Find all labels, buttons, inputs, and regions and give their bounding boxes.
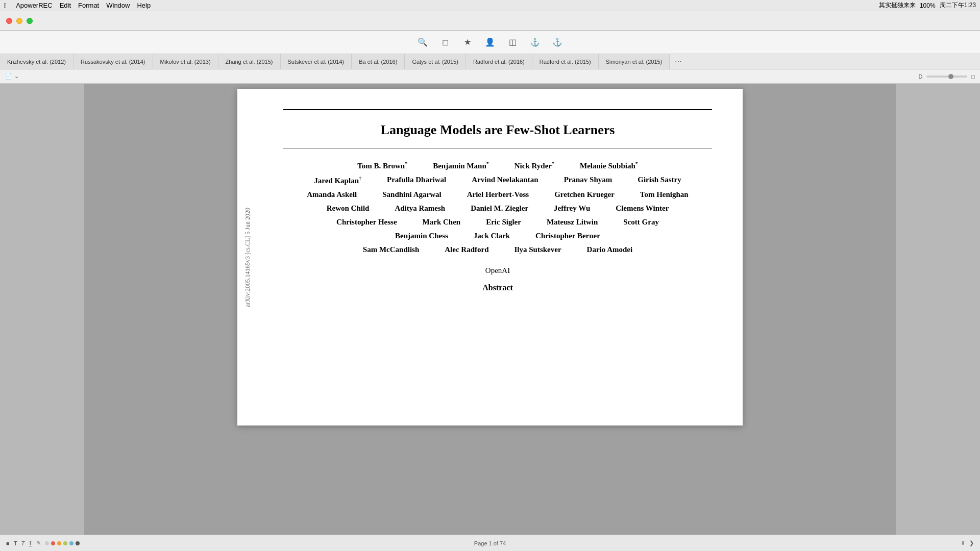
author-clemens-winter: Clemens Winter	[616, 204, 669, 213]
author-nick-ryder: Nick Ryder*	[514, 161, 554, 170]
link2-icon[interactable]: ⚓	[550, 35, 565, 49]
download-icon[interactable]: ⇓	[961, 540, 965, 546]
arxiv-watermark: arXiv:2005.14165v3 [cs.CL] 5 Jun 2020	[244, 208, 252, 307]
forward-icon[interactable]: ❯	[969, 540, 974, 546]
author-sam-mccandlish: Sam McCandlish	[363, 245, 419, 254]
author-mateusz-litwin: Mateusz Litwin	[547, 218, 598, 227]
share-icon[interactable]: ◻	[438, 35, 452, 49]
menubar-left:  ApowerREC Edit Format Window Help	[4, 2, 151, 10]
menubar-time: 周二下午1:23	[940, 1, 976, 10]
author-mark-chen: Mark Chen	[423, 218, 461, 227]
menu-edit[interactable]: Edit	[60, 2, 71, 9]
bottom-underline-icon[interactable]: T̲	[29, 540, 32, 546]
menubar-battery: 100%	[920, 2, 936, 9]
authors-row-7: Sam McCandlish Alec Radford Ilya Sutskev…	[283, 245, 712, 254]
mid-rule	[283, 148, 712, 148]
menubar:  ApowerREC Edit Format Window Help 其实挺独…	[0, 0, 980, 11]
author-scott-gray: Scott Gray	[623, 218, 659, 227]
authors-row-2: Jared Kaplan† Prafulla Dhariwal Arvind N…	[283, 176, 712, 185]
affiliation: OpenAI	[283, 266, 712, 275]
paper-title: Language Models are Few-Shot Learners	[283, 122, 712, 138]
tab-radford2016[interactable]: Radford et al. (2016)	[466, 54, 532, 69]
close-button[interactable]	[6, 18, 12, 24]
author-amanda-askell: Amanda Askell	[307, 190, 357, 199]
dot-orange[interactable]	[57, 541, 61, 545]
author-jared-kaplan: Jared Kaplan†	[314, 176, 361, 185]
user-icon[interactable]: 👤	[483, 35, 497, 49]
author-aditya-ramesh: Aditya Ramesh	[395, 204, 445, 213]
authors-grid: Tom B. Brown* Benjamin Mann* Nick Ryder*…	[283, 161, 712, 254]
author-alec-radford: Alec Radford	[445, 245, 488, 254]
tab-gatys[interactable]: Gatys et al. (2015)	[405, 54, 466, 69]
bottom-italic-icon[interactable]: T	[21, 540, 24, 546]
author-benjamin-chess: Benjamin Chess	[395, 232, 448, 240]
bottom-right: ⇓ ❯	[961, 540, 974, 546]
zoom-label: D	[918, 73, 922, 80]
search-icon[interactable]: 🔍	[415, 35, 430, 49]
bookmark-icon[interactable]: ★	[460, 35, 475, 49]
tab-ba[interactable]: Ba et al. (2016)	[352, 54, 405, 69]
bottom-left: ■ T T T̲ ✎	[6, 540, 80, 546]
tab-mikolov[interactable]: Mikolov et al. (2013)	[153, 54, 218, 69]
zoom-out-icon[interactable]: □	[971, 73, 975, 80]
author-jack-clark: Jack Clark	[474, 232, 510, 240]
author-christopher-berner: Christopher Berner	[535, 232, 600, 240]
tab-russakovsky[interactable]: Russakovsky et al. (2014)	[74, 54, 153, 69]
author-arvind-neelakantan: Arvind Neelakantan	[472, 176, 538, 185]
app-window: 🔍 ◻ ★ 👤 ◫ ⚓ ⚓ Krizhevsky et al. (2012) R…	[0, 11, 980, 551]
sidebar-right	[896, 84, 980, 535]
color-dots	[45, 541, 80, 545]
author-rewon-child: Rewon Child	[327, 204, 370, 213]
author-prafulla-dhariwal: Prafulla Dhariwal	[387, 176, 446, 185]
dot-blue[interactable]	[69, 541, 74, 545]
dot-dark[interactable]	[76, 541, 80, 545]
page-info: Page 1 of 74	[474, 540, 506, 546]
columns-icon[interactable]: ◫	[505, 35, 520, 49]
dot-red[interactable]	[51, 541, 55, 545]
top-rule	[283, 109, 712, 110]
menu-format[interactable]: Format	[78, 2, 99, 9]
maximize-button[interactable]	[27, 18, 33, 24]
pdf-container[interactable]: arXiv:2005.14165v3 [cs.CL] 5 Jun 2020 La…	[84, 84, 896, 535]
author-ilya-sutskever: Ilya Sutskever	[514, 245, 561, 254]
authors-row-3: Amanda Askell Sandhini Agarwal Ariel Her…	[283, 190, 712, 199]
pdf-page: arXiv:2005.14165v3 [cs.CL] 5 Jun 2020 La…	[237, 89, 743, 425]
tabbar: Krizhevsky et al. (2012) Russakovsky et …	[0, 54, 980, 69]
dot-yellow[interactable]	[63, 541, 67, 545]
bottom-text-icon[interactable]: T	[14, 540, 17, 546]
author-ariel-herbert-voss: Ariel Herbert-Voss	[467, 190, 529, 199]
author-pranav-shyam: Pranav Shyam	[564, 176, 612, 185]
tab-sutskever[interactable]: Sutskever et al. (2014)	[281, 54, 352, 69]
author-dario-amodei: Dario Amodei	[587, 245, 633, 254]
bottom-doc-icon[interactable]: ■	[6, 540, 10, 546]
paper-content: Language Models are Few-Shot Learners To…	[283, 109, 712, 292]
app-name[interactable]: ApowerREC	[16, 2, 53, 9]
apple-logo-icon: 	[4, 2, 7, 10]
minimize-button[interactable]	[16, 18, 22, 24]
more-tabs-button[interactable]: ⋯	[670, 54, 687, 69]
author-melanie-subbiah: Melanie Subbiah*	[580, 161, 638, 170]
tab-krizhevsky[interactable]: Krizhevsky et al. (2012)	[0, 54, 74, 69]
titlebar	[0, 11, 980, 31]
doc-icon: 📄	[5, 73, 12, 80]
menubar-right: 其实挺独来来 100% 周二下午1:23	[879, 1, 976, 10]
toolbar: 🔍 ◻ ★ 👤 ◫ ⚓ ⚓	[0, 31, 980, 54]
menu-window[interactable]: Window	[106, 2, 130, 9]
bottom-toolbar: ■ T T T̲ ✎ Page 1 of 74 ⇓ ❯	[0, 535, 980, 551]
bottom-pen-icon[interactable]: ✎	[36, 540, 41, 546]
author-jeffrey-wu: Jeffrey Wu	[554, 204, 590, 213]
authors-row-5: Christopher Hesse Mark Chen Eric Sigler …	[283, 218, 712, 227]
tab-radford2015[interactable]: Radford et al. (2015)	[532, 54, 599, 69]
author-sandhini-agarwal: Sandhini Agarwal	[382, 190, 441, 199]
tab-simonyan[interactable]: Simonyan et al. (2015)	[599, 54, 670, 69]
menu-help[interactable]: Help	[137, 2, 151, 9]
zoom-slider[interactable]	[926, 76, 967, 78]
tab-zhang[interactable]: Zhang et al. (2015)	[218, 54, 281, 69]
author-tom-brown: Tom B. Brown*	[357, 161, 407, 170]
zoom-handle[interactable]	[948, 74, 953, 79]
dot-gray[interactable]	[45, 541, 49, 545]
author-girish-sastry: Girish Sastry	[638, 176, 681, 185]
menubar-text: 其实挺独来来	[879, 1, 916, 10]
link-icon[interactable]: ⚓	[528, 35, 542, 49]
authors-row-6: Benjamin Chess Jack Clark Christopher Be…	[283, 232, 712, 240]
